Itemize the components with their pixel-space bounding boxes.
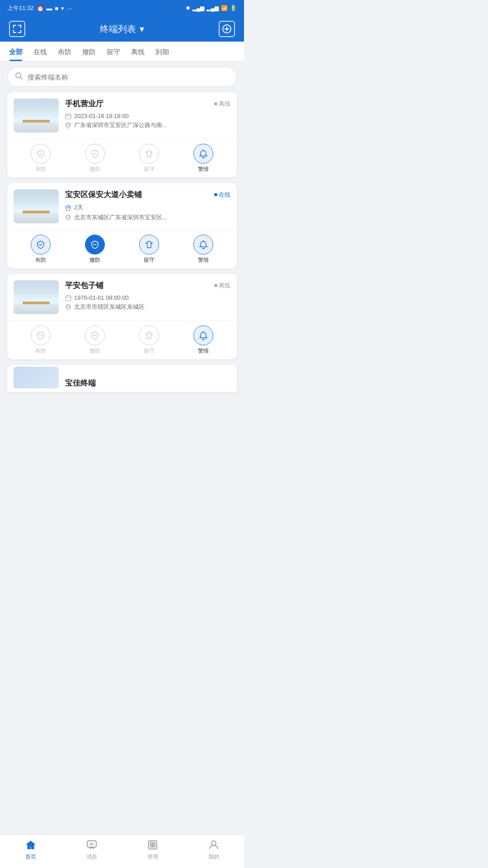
action-disarm-3[interactable]: 撤防 [85,326,105,355]
action-stay-1[interactable]: 留守 [139,144,159,173]
arrow-icon: ▾ [61,5,64,12]
status-left: 上午11:32 ⏰ ▬ ■ ▾ ··· [7,4,72,12]
action-disarm-1[interactable]: 撤防 [85,144,105,173]
alarm-circle-2 [193,235,213,255]
status-time: 上午11:32 [7,4,34,12]
action-stay-2[interactable]: 留守 [139,235,159,264]
wifi-icon: 📶 [221,5,228,11]
device-actions-2: 布防 撤防 留守 警情 [7,230,237,269]
svg-rect-1 [13,25,14,28]
tab-expired[interactable]: 到期 [150,42,174,61]
alarm-circle-1 [193,144,213,164]
action-alarm-2[interactable]: 警情 [193,235,213,264]
device-card-3: 平安包子铺 离线 1970-01-01 08:00:00 北京市市辖区东城区东城… [7,274,237,359]
dropdown-icon: ▾ [140,24,144,34]
stay-label-3: 留守 [144,347,155,355]
device-name-3: 平安包子铺 [65,280,103,291]
stay-circle-2 [139,235,159,255]
dots-icon: ··· [67,5,72,12]
svg-rect-3 [20,25,21,28]
signal1-icon: ▂▄▆ [192,5,205,11]
action-arm-3[interactable]: 布防 [31,326,51,355]
device-status-1: 离线 [214,100,230,108]
svg-rect-23 [66,296,71,301]
header-title[interactable]: 终端列表 ▾ [100,23,144,35]
disarm-label-3: 撤防 [89,347,100,355]
tab-offline[interactable]: 离线 [126,42,150,61]
svg-point-20 [67,216,70,218]
partial-thumb [14,367,59,388]
svg-rect-13 [66,114,71,119]
svg-rect-5 [13,30,14,33]
device-thumb-3 [14,280,59,314]
add-button[interactable] [219,21,235,37]
tab-disarmed[interactable]: 撤防 [77,42,101,61]
tab-bar: 全部 在线 布防 撤防 留守 离线 到期 [0,42,244,61]
svg-point-27 [67,305,70,308]
arm-label-1: 布防 [35,165,46,173]
status-dot-2 [214,193,217,196]
svg-point-17 [67,123,70,126]
search-icon [15,72,23,82]
search-input[interactable] [28,73,229,81]
device-thumb-2 [14,189,59,223]
device-card-1-main[interactable]: 手机营业厅 离线 2023-01-18 18:18:00 广东省深圳市宝安区广深… [7,92,237,139]
device-datetime-2: 2天 [65,203,230,212]
device-card-2: 宝安区保安大道小卖铺 在线 2天 北京市东城区广东省深圳市宝安区... [7,183,237,269]
arm-circle-3 [31,326,51,345]
action-stay-3[interactable]: 留守 [139,326,159,355]
device-address-1: 广东省深圳市宝安区广深公路与南... [65,121,230,129]
action-alarm-3[interactable]: 警情 [193,326,213,355]
stay-label-2: 留守 [144,256,155,264]
action-arm-2[interactable]: 布防 [31,235,51,264]
content-area: 手机营业厅 离线 2023-01-18 18:18:00 广东省深圳市宝安区广深… [0,67,244,428]
alarm-label-2: 警情 [198,256,209,264]
arm-circle-2 [31,235,51,255]
battery-icon: 🔋 [230,5,237,11]
device-info-3: 平安包子铺 离线 1970-01-01 08:00:00 北京市市辖区东城区东城… [65,280,230,313]
device-status-3: 离线 [214,282,230,290]
action-arm-1[interactable]: 布防 [31,144,51,173]
disarm-circle-1 [85,144,105,164]
stay-circle-1 [139,144,159,164]
action-disarm-2[interactable]: 撤防 [85,235,105,264]
device-address-2: 北京市东城区广东省深圳市宝安区... [65,213,230,222]
device-thumb-1 [14,99,59,132]
device-info-2: 宝安区保安大道小卖铺 在线 2天 北京市东城区广东省深圳市宝安区... [65,189,230,223]
device-name-row-2: 宝安区保安大道小卖铺 在线 [65,189,230,200]
tab-all[interactable]: 全部 [4,42,28,61]
status-dot-3 [214,284,217,287]
disarm-label-2: 撤防 [89,256,100,264]
device-address-3: 北京市市辖区东城区东城区 [65,303,230,311]
device-list: 手机营业厅 离线 2023-01-18 18:18:00 广东省深圳市宝安区广深… [0,92,244,359]
arm-circle-1 [31,144,51,164]
device-card-3-main[interactable]: 平安包子铺 离线 1970-01-01 08:00:00 北京市市辖区东城区东城… [7,274,237,321]
alarm-label-1: 警情 [198,165,209,173]
stay-label-1: 留守 [144,165,155,173]
alarm-icon: ⏰ [37,5,44,12]
app-header: 终端列表 ▾ [0,16,244,42]
partial-device-card[interactable]: 宝佳终端 [7,365,237,392]
svg-line-12 [20,77,23,80]
disarm-label-1: 撤防 [89,165,100,173]
search-bar[interactable] [7,67,237,87]
status-dot-1 [214,102,217,105]
svg-rect-7 [20,30,21,33]
device-status-2: 在线 [214,191,230,199]
tab-stay[interactable]: 留守 [101,42,126,61]
status-right: ✱ ▂▄▆ ▂▄▆ 📶 🔋 [186,5,237,11]
device-actions-1: 布防 撤防 留守 警情 [7,139,237,178]
arm-label-3: 布防 [35,347,46,355]
device-name-row-1: 手机营业厅 离线 [65,99,230,109]
tab-armed[interactable]: 布防 [52,42,77,61]
tab-online[interactable]: 在线 [28,42,52,61]
alarm-label-3: 警情 [198,347,209,355]
scan-button[interactable] [9,21,25,37]
action-alarm-1[interactable]: 警情 [193,144,213,173]
alarm-circle-3 [193,326,213,345]
partial-card-name: 宝佳终端 [65,378,96,388]
disarm-circle-2 [85,235,105,255]
device-card-2-main[interactable]: 宝安区保安大道小卖铺 在线 2天 北京市东城区广东省深圳市宝安区... [7,183,237,230]
arm-label-2: 布防 [35,256,46,264]
device-card-1: 手机营业厅 离线 2023-01-18 18:18:00 广东省深圳市宝安区广深… [7,92,237,178]
